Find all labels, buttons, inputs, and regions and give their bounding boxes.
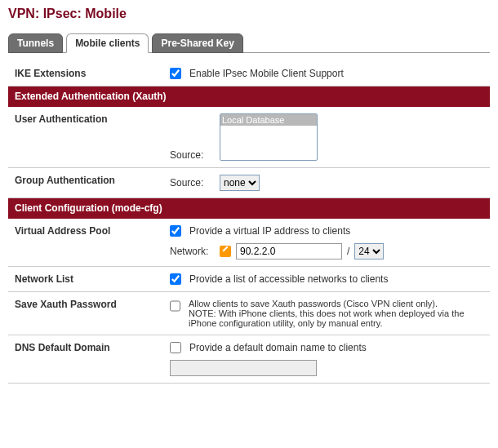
checkbox-network-list-label: Provide a list of accessible networks to… <box>189 273 388 285</box>
row-user-auth: User Authentication Source: Local Databa… <box>8 107 490 168</box>
section-xauth: Extended Authentication (Xauth) <box>8 86 490 107</box>
label-dns-domain: DNS Default Domain <box>8 335 163 384</box>
group-auth-source-select[interactable]: none <box>220 175 260 191</box>
section-xauth-title: Extended Authentication (Xauth) <box>8 86 490 107</box>
user-auth-source-list[interactable]: Local Database <box>220 113 318 161</box>
checkbox-enable-mobile-label: Enable IPsec Mobile Client Support <box>189 68 344 79</box>
row-dns-default-domain: DNS Default Domain Provide a default dom… <box>8 335 490 384</box>
checkbox-provide-vip[interactable] <box>170 225 181 237</box>
save-xauth-line2: NOTE: With iPhone clients, this does not… <box>189 308 465 328</box>
tab-mobile-clients[interactable]: Mobile clients <box>66 33 149 53</box>
vap-network-label: Network: <box>170 246 215 257</box>
user-auth-option-local-db[interactable]: Local Database <box>220 114 317 126</box>
checkbox-provide-vip-label: Provide a virtual IP address to clients <box>189 225 350 237</box>
group-auth-source-label: Source: <box>170 177 215 189</box>
label-group-auth: Group Authentication <box>8 168 163 198</box>
checkbox-network-list[interactable] <box>170 273 181 285</box>
tab-tunnels[interactable]: Tunnels <box>8 33 63 53</box>
user-auth-source-label: Source: <box>170 149 215 161</box>
label-save-xauth: Save Xauth Password <box>8 292 163 335</box>
row-virtual-address-pool: Virtual Address Pool Provide a virtual I… <box>8 219 490 267</box>
section-mode-cfg: Client Configuration (mode-cfg) <box>8 198 490 219</box>
section-mode-cfg-title: Client Configuration (mode-cfg) <box>8 198 490 219</box>
checkbox-enable-mobile[interactable] <box>170 68 181 79</box>
vap-mask-select[interactable]: 24 <box>354 243 384 259</box>
label-ike-extensions: IKE Extensions <box>8 61 163 86</box>
checkbox-dns-domain-label: Provide a default domain name to clients <box>189 342 367 353</box>
row-network-list: Network List Provide a list of accessibl… <box>8 267 490 292</box>
pencil-icon <box>220 246 231 257</box>
save-xauth-line1: Allow clients to save Xauth passwords (C… <box>189 299 438 308</box>
vap-slash: / <box>347 246 349 257</box>
row-ike-extensions: IKE Extensions Enable IPsec Mobile Clien… <box>8 61 490 86</box>
checkbox-dns-domain[interactable] <box>170 342 181 353</box>
checkbox-save-xauth[interactable] <box>170 300 180 312</box>
row-group-auth: Group Authentication Source: none <box>8 168 490 198</box>
label-vap: Virtual Address Pool <box>8 219 163 267</box>
page-title: VPN: IPsec: Mobile <box>8 7 498 21</box>
label-network-list: Network List <box>8 267 163 292</box>
row-save-xauth: Save Xauth Password Allow clients to sav… <box>8 292 490 335</box>
form-table: IKE Extensions Enable IPsec Mobile Clien… <box>8 61 490 384</box>
tabs: Tunnels Mobile clients Pre-Shared Key <box>8 33 490 53</box>
dns-domain-input[interactable] <box>170 360 317 376</box>
tab-psk[interactable]: Pre-Shared Key <box>152 33 242 53</box>
vap-network-input[interactable] <box>236 243 342 259</box>
label-user-auth: User Authentication <box>8 107 163 168</box>
